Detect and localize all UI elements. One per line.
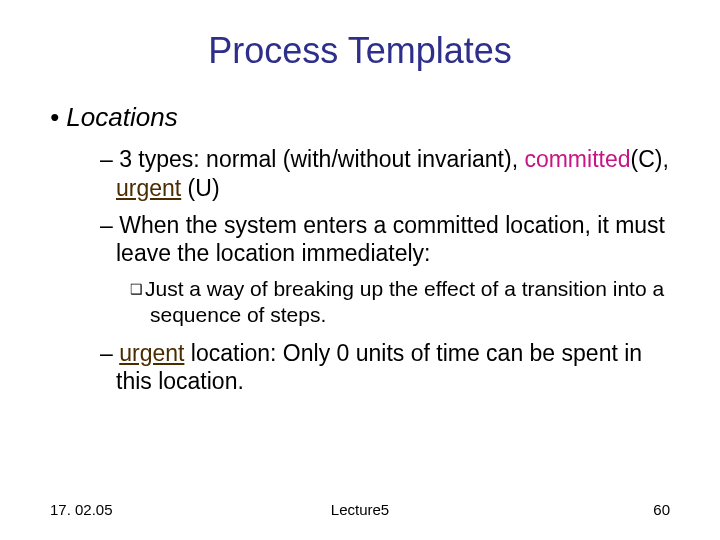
sub-list: 3 types: normal (with/without invariant)… — [100, 145, 680, 396]
footer: 17. 02.05 Lecture5 60 — [0, 501, 720, 518]
sub-item-types: 3 types: normal (with/without invariant)… — [100, 145, 680, 203]
bullet-locations: Locations — [50, 102, 680, 133]
urgent-word-1: urgent — [116, 175, 181, 201]
sub-sub-breaking: Just a way of breaking up the effect of … — [130, 276, 680, 329]
urgent-suffix: (U) — [181, 175, 219, 201]
slide: Process Templates Locations 3 types: nor… — [0, 0, 720, 540]
footer-center: Lecture5 — [50, 501, 670, 518]
sub-item-committed: When the system enters a committed locat… — [100, 211, 680, 269]
committed-suffix: (C), — [631, 146, 669, 172]
sub-item-urgent: urgent location: Only 0 units of time ca… — [100, 339, 680, 397]
footer-date: 17. 02.05 — [50, 501, 113, 518]
urgent-location-text: location: Only 0 units of time can be sp… — [116, 340, 642, 395]
urgent-word-2: urgent — [119, 340, 184, 366]
committed-word: committed — [524, 146, 630, 172]
footer-page: 60 — [653, 501, 670, 518]
types-text: 3 types: normal (with/without invariant)… — [119, 146, 524, 172]
slide-title: Process Templates — [40, 30, 680, 72]
